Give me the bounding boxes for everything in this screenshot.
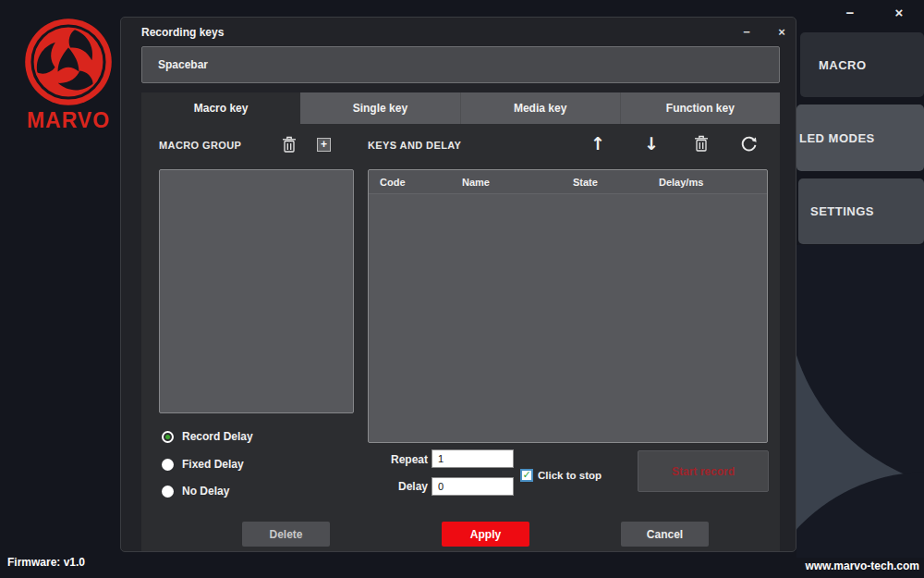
cancel-button[interactable]: Cancel (621, 522, 709, 547)
delete-button[interactable]: Delete (242, 522, 330, 547)
background-decoration (796, 245, 924, 558)
add-macro-group-button[interactable]: + (317, 138, 331, 152)
radio-selected-icon (162, 431, 174, 443)
marvo-logo-icon (20, 17, 116, 107)
delete-macro-group-button[interactable] (280, 134, 298, 154)
click-to-stop-checkbox-row[interactable]: ✓ Click to stop (520, 469, 602, 482)
column-code: Code (380, 177, 406, 188)
website-text: www.marvo-tech.com (805, 560, 919, 572)
firmware-version-text: Firmware: v1.0 (7, 556, 85, 569)
macro-group-label: MACRO GROUP (159, 140, 241, 151)
column-name: Name (462, 177, 490, 188)
reset-button[interactable] (738, 133, 759, 154)
tab-media-key[interactable]: Media key (461, 92, 621, 124)
keys-and-delay-label: KEYS AND DELAY (368, 140, 461, 151)
dialog-title: Recording keys (141, 26, 224, 39)
column-delay-ms: Delay/ms (659, 177, 703, 188)
move-down-button[interactable]: ↓ (641, 132, 662, 154)
brand-wordmark: MARVO (17, 108, 120, 133)
macro-group-list[interactable] (159, 169, 354, 413)
delay-input[interactable] (432, 477, 514, 496)
tab-single-key[interactable]: Single key (300, 92, 460, 124)
dialog-close-button[interactable]: × (770, 22, 794, 41)
radio-unselected-icon (162, 486, 174, 498)
click-to-stop-label: Click to stop (538, 470, 602, 481)
sidebar-item-led-modes[interactable]: LED MODES (796, 105, 924, 171)
radio-record-delay-label: Record Delay (182, 430, 253, 443)
delete-key-button[interactable] (692, 133, 711, 154)
trash-icon (282, 136, 297, 154)
repeat-input[interactable] (432, 449, 514, 468)
down-arrow-icon: ↓ (644, 133, 659, 154)
sidebar-item-settings[interactable]: SETTINGS (798, 178, 924, 244)
keys-table-header: Code Name State Delay/ms (369, 170, 767, 194)
radio-record-delay[interactable]: Record Delay (162, 430, 253, 443)
keys-delay-table[interactable]: Code Name State Delay/ms (368, 169, 768, 443)
apply-button[interactable]: Apply (442, 522, 529, 547)
sidebar-item-macro[interactable]: MACRO (800, 32, 924, 97)
brand-area: MARVO (17, 17, 120, 133)
tab-function-key[interactable]: Function key (621, 92, 780, 124)
radio-no-delay[interactable]: No Delay (162, 485, 229, 498)
start-record-button[interactable]: Start record (638, 450, 769, 492)
trash-icon (694, 135, 709, 153)
repeat-label: Repeat (354, 453, 428, 466)
dialog-content: MACRO GROUP + Record Del (141, 124, 780, 551)
window-close-button[interactable]: × (885, 2, 913, 22)
checkbox-checked-icon: ✓ (520, 469, 533, 482)
app-window: − × MARVO MACRO LED MODES SETTINGS Firmw… (0, 0, 924, 578)
decor-circle (796, 245, 924, 490)
key-name-value: Spacebar (158, 58, 208, 71)
radio-no-delay-label: No Delay (182, 485, 229, 498)
radio-fixed-delay-label: Fixed Delay (182, 458, 244, 471)
refresh-icon (740, 135, 758, 153)
recording-keys-dialog: Recording keys − × Spacebar Macro key Si… (120, 17, 796, 552)
delay-label: Delay (354, 480, 428, 493)
tab-macro-key[interactable]: Macro key (141, 92, 300, 124)
key-name-field[interactable]: Spacebar (141, 46, 780, 83)
radio-unselected-icon (162, 459, 174, 471)
decor-circle (796, 472, 924, 558)
move-up-button[interactable]: ↑ (588, 132, 608, 154)
column-state: State (573, 177, 598, 188)
plus-icon: + (321, 139, 327, 151)
up-arrow-icon: ↑ (590, 133, 605, 154)
dialog-tab-bar: Macro key Single key Media key Function … (141, 92, 780, 124)
check-icon: ✓ (522, 471, 530, 480)
radio-fixed-delay[interactable]: Fixed Delay (162, 458, 244, 471)
dialog-minimize-button[interactable]: − (735, 22, 759, 41)
window-minimize-button[interactable]: − (836, 2, 864, 22)
